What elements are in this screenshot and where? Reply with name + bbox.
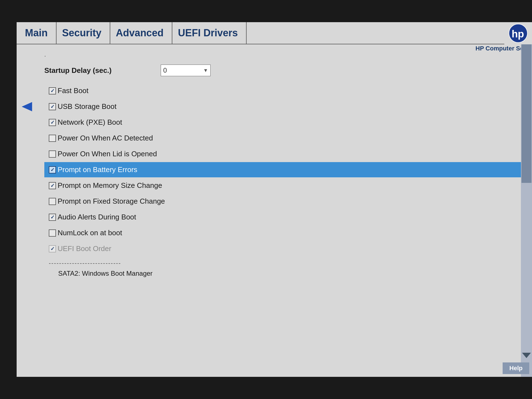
setting-fast-boot-label: Fast Boot [58, 86, 88, 95]
setting-prompt-memory-size-label: Prompt on Memory Size Change [58, 181, 162, 190]
help-button[interactable]: Help [503, 362, 529, 374]
nav-main[interactable]: Main [17, 22, 57, 44]
setting-usb-storage-boot[interactable]: USB Storage Boot [44, 99, 521, 114]
checkbox-network-pxe-boot [49, 119, 56, 126]
setting-audio-alerts-boot[interactable]: Audio Alerts During Boot [44, 209, 521, 225]
setting-prompt-fixed-storage[interactable]: Prompt on Fixed Storage Change [44, 194, 521, 209]
scrollbar-down-arrow[interactable] [522, 351, 531, 360]
checkbox-numlock-boot [49, 229, 56, 237]
nav-uefi-drivers[interactable]: UEFI Drivers [172, 22, 247, 44]
checkbox-prompt-battery-errors [49, 166, 56, 173]
setting-power-on-ac[interactable]: Power On When AC Detected [44, 131, 521, 146]
checkbox-uefi-boot-order [49, 245, 56, 252]
setting-usb-storage-boot-label: USB Storage Boot [58, 102, 116, 111]
setting-prompt-battery-errors[interactable]: Prompt on Battery Errors [44, 162, 521, 177]
setting-uefi-boot-order[interactable]: UEFI Boot Order [44, 241, 521, 256]
setting-audio-alerts-boot-label: Audio Alerts During Boot [58, 213, 136, 221]
setting-fast-boot[interactable]: Fast Boot [44, 83, 521, 98]
setting-prompt-fixed-storage-label: Prompt on Fixed Storage Change [58, 197, 165, 206]
setting-network-pxe-boot[interactable]: Network (PXE) Boot [44, 115, 521, 130]
scrollbar-track [521, 44, 532, 377]
startup-delay-select[interactable]: 0 ▼ [161, 65, 211, 76]
checkbox-prompt-fixed-storage [49, 198, 56, 205]
checkbox-fast-boot [49, 87, 56, 94]
separator: ---------------------------- [44, 257, 521, 268]
checkbox-usb-storage-boot [49, 103, 56, 110]
checkbox-prompt-memory-size [49, 182, 56, 189]
svg-text:hp: hp [511, 28, 524, 40]
checkbox-audio-alerts-boot [49, 214, 56, 221]
dropdown-arrow-icon: ▼ [203, 68, 208, 73]
left-arrow-button[interactable] [19, 100, 33, 114]
hp-logo: hp [504, 22, 532, 44]
setting-prompt-battery-errors-label: Prompt on Battery Errors [58, 165, 137, 174]
svg-marker-2 [22, 102, 32, 111]
setting-power-on-lid-label: Power On When Lid is Opened [58, 150, 157, 158]
nav-advanced[interactable]: Advanced [110, 22, 172, 44]
setting-power-on-ac-label: Power On When AC Detected [58, 134, 153, 142]
setting-numlock-boot[interactable]: NumLock on at boot [44, 225, 521, 241]
setting-prompt-memory-size[interactable]: Prompt on Memory Size Change [44, 178, 521, 193]
bios-screen: Main Security Advanced UEFI Drivers hp H… [17, 22, 532, 377]
scrollbar-thumb[interactable] [521, 44, 531, 183]
setting-uefi-boot-order-label: UEFI Boot Order [58, 244, 111, 253]
svg-marker-3 [522, 353, 531, 358]
setting-network-pxe-boot-label: Network (PXE) Boot [58, 118, 122, 127]
checkbox-power-on-ac [49, 135, 56, 142]
dot-indicator: · [44, 53, 521, 59]
startup-delay-row: Startup Delay (sec.) 0 ▼ [44, 65, 521, 76]
nav-security[interactable]: Security [57, 22, 110, 44]
content-area: · Startup Delay (sec.) 0 ▼ Fast Boot USB… [17, 44, 532, 377]
nav-bar: Main Security Advanced UEFI Drivers hp H… [17, 22, 532, 44]
startup-delay-value: 0 [163, 66, 203, 74]
boot-manager-label: SATA2: Windows Boot Manager [44, 268, 521, 280]
setting-power-on-lid[interactable]: Power On When Lid is Opened [44, 146, 521, 162]
startup-delay-label: Startup Delay (sec.) [44, 66, 161, 75]
settings-panel: · Startup Delay (sec.) 0 ▼ Fast Boot USB… [17, 44, 532, 377]
setting-numlock-boot-label: NumLock on at boot [58, 229, 122, 237]
checkbox-power-on-lid [49, 150, 56, 158]
